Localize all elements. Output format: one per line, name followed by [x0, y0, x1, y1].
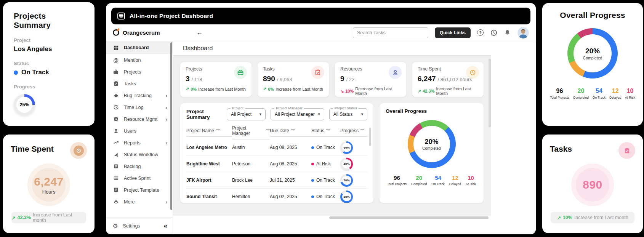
clipboard-check-icon — [113, 81, 119, 87]
search-input[interactable] — [353, 27, 428, 38]
sidebar-collapse-arrow-icon[interactable]: ← — [197, 29, 203, 37]
trend-up-icon: ↗ — [263, 86, 266, 91]
sort-icon — [291, 130, 295, 133]
project-manager-filter-select[interactable]: Project Manager All Project Manager ▼ — [271, 108, 324, 120]
document-icon — [113, 187, 119, 193]
page-title: Dashboard — [183, 45, 213, 52]
sidebar-item-more[interactable]: More › — [106, 196, 173, 208]
workflow-icon — [113, 152, 119, 158]
table-scrollbar[interactable] — [369, 128, 371, 146]
caret-down-icon: ▼ — [360, 112, 364, 116]
briefcase-icon — [113, 69, 119, 75]
horizontal-scroll-area — [173, 216, 491, 234]
sort-icon — [360, 130, 364, 133]
history-clock-icon[interactable] — [490, 29, 497, 36]
status-label: Status — [14, 61, 84, 66]
sidebar-item-time-log[interactable]: Time Log › — [106, 101, 173, 113]
column-header-due-date[interactable]: Due Date — [270, 128, 305, 137]
progress-ring: 25% — [14, 94, 35, 115]
sidebar-item-active-sprint[interactable]: Active Sprint — [106, 172, 173, 184]
delta-text: Increase from Last month — [33, 212, 86, 223]
clock-icon — [466, 66, 479, 79]
time-spent-delta: ↗ 42.3% Increase from Last month — [11, 212, 86, 223]
quick-links-button[interactable]: Quick Links — [435, 27, 471, 38]
sidebar-item-settings[interactable]: ⚙ Settings « — [106, 218, 173, 234]
stat-card-projects: Projects 3 / 118 ↗ 0% Increase from Last… — [180, 62, 252, 97]
column-header-project-name[interactable]: Project Name — [186, 128, 232, 137]
status-badge: On Track — [305, 178, 340, 183]
main-content: Dashboard Projects 3 / 118 — [173, 41, 491, 234]
stat-card-time-spent: Time Spent 6,247 / 861,012 hours ↗ 42.3%… — [412, 62, 484, 97]
collapse-double-chevron-icon[interactable]: « — [164, 222, 167, 230]
tasks-delta: ↗ 10% Increase from Last month — [551, 212, 634, 223]
overall-progress-title: Overall Progress — [386, 108, 477, 114]
tasks-value: 890 — [583, 178, 602, 191]
projects-summary-title: Projects Summary — [14, 11, 84, 30]
sidebar-item-resource-mgmt[interactable]: Resource Mgmt › — [106, 113, 173, 125]
sidebar-item-users[interactable]: Users — [106, 125, 173, 137]
sort-icon — [266, 130, 270, 133]
sidebar-item-backlog[interactable]: Backlog — [106, 160, 173, 172]
gear-icon: ⚙ — [113, 223, 118, 229]
content-area: Projects 3 / 118 ↗ 0% Increase from Last… — [173, 56, 491, 216]
time-spent-title: Time Spent — [11, 144, 54, 154]
chevron-right-icon: › — [165, 199, 167, 205]
window-titlebar: All-in-one Project Dashboard — [111, 8, 530, 24]
stat-card-tasks: Tasks 890 / 9,063 ↗ 0% Increase from Las… — [257, 62, 329, 97]
overall-progress-title: Overall Progress — [549, 11, 636, 20]
chevron-right-icon: › — [165, 104, 167, 110]
briefcase-icon — [234, 66, 247, 79]
sort-icon — [216, 130, 220, 133]
sidebar-item-status-workflow[interactable]: Status Workflow — [106, 149, 173, 160]
table-row[interactable]: JFK Airport Brock Lee Jul 31, 2025 On Tr… — [186, 172, 367, 189]
caret-down-icon: ▼ — [317, 112, 321, 116]
table-row[interactable]: Brightline West Peterson Aug 08, 2025 At… — [186, 156, 367, 172]
project-status-filter-select[interactable]: Project Status All Status ▼ — [329, 108, 367, 120]
chevron-right-icon: › — [165, 116, 167, 122]
chevron-right-icon: › — [165, 93, 167, 99]
status-value-line: On Track — [14, 69, 84, 76]
column-header-progress[interactable]: Progress — [340, 128, 368, 137]
notifications-bell-icon[interactable] — [504, 29, 511, 36]
time-spent-unit: Hours — [42, 189, 56, 195]
backlog-icon — [113, 163, 119, 170]
table-row[interactable]: Los Angeles Metro Austin Aug 08, 2025 On… — [186, 139, 367, 156]
sidebar-item-bug-tracking[interactable]: Bug Tracking › — [106, 90, 173, 101]
projects-summary-card: Projects Summary Project Los Angeles Sta… — [3, 2, 95, 126]
column-header-status[interactable]: Status — [305, 128, 340, 137]
status-value: On Track — [21, 69, 49, 76]
horizontal-scrollbar[interactable] — [329, 216, 489, 219]
time-spent-circle: 6,247 Hours — [27, 163, 70, 206]
user-avatar[interactable] — [517, 27, 529, 38]
trend-up-icon: ↗ — [186, 86, 189, 91]
delta-text: Increase from Last month — [574, 215, 628, 220]
clock-icon-bubble — [70, 142, 87, 159]
donut-legend: 96Total Projects 20Completed 54On Track … — [549, 88, 636, 99]
dashboard-window: All-in-one Project Dashboard Orangescrum… — [106, 3, 536, 234]
tasks-circle: 890 — [571, 163, 614, 206]
page-title-row: Dashboard — [173, 41, 491, 56]
content-scrollbar[interactable] — [489, 59, 491, 127]
sidebar-item-projects[interactable]: Projects — [106, 66, 173, 78]
user-icon — [113, 128, 119, 134]
brand[interactable]: Orangescrum — [113, 29, 160, 36]
clipboard-check-icon — [618, 142, 635, 159]
help-icon[interactable]: ? — [477, 29, 484, 36]
sidebar-scrollbar[interactable] — [170, 42, 172, 210]
sidebar-item-mention[interactable]: @ Mention — [106, 54, 173, 66]
mention-icon: @ — [113, 57, 119, 63]
sidebar-item-tasks[interactable]: Tasks — [106, 78, 173, 90]
project-value: Los Angeles — [14, 45, 84, 53]
sidebar-item-project-template[interactable]: Project Template — [106, 184, 173, 196]
status-badge: At Risk — [305, 161, 340, 167]
sidebar-item-dashboard[interactable]: Dashboard — [106, 41, 173, 54]
time-spent-value: 6,247 — [34, 175, 64, 188]
sidebar-item-reports[interactable]: Reports › — [106, 137, 173, 149]
column-header-project-manager[interactable]: Project Manager — [232, 125, 270, 139]
table-row[interactable]: Sound Transit Hemilton Aug 02, 2025 On T… — [186, 189, 367, 203]
delta-percent: 42.3% — [17, 215, 30, 220]
progress-ring: 60% — [340, 141, 353, 154]
project-filter-select[interactable]: Project All Project ▼ — [227, 108, 266, 120]
project-summary-panel: Project Summary Project All Project ▼ Pr… — [180, 103, 374, 203]
bug-icon — [113, 93, 119, 99]
